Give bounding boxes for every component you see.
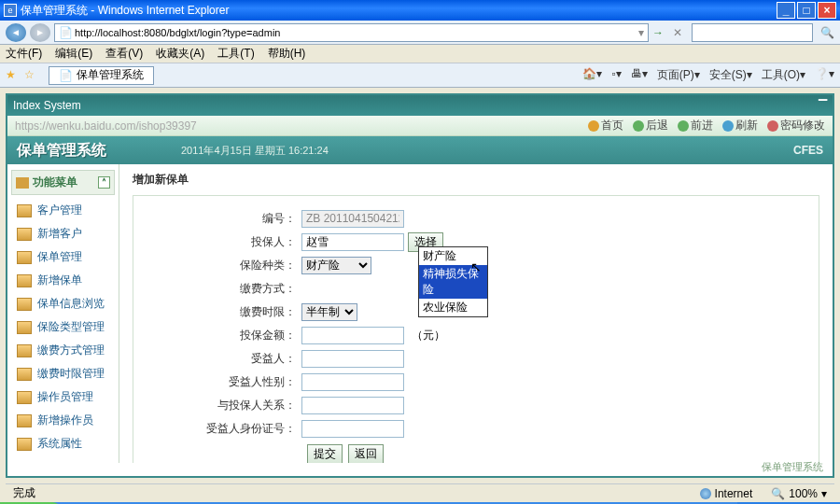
zoom-control[interactable]: 🔍 100% ▾ bbox=[771, 487, 827, 500]
app-brand: CFES bbox=[793, 144, 823, 157]
sidebar-item-customer-mgmt[interactable]: 客户管理 bbox=[11, 199, 115, 222]
select-paytime[interactable]: 半年制 bbox=[301, 303, 357, 321]
folder-icon bbox=[17, 368, 32, 381]
sidebar-item-new-customer[interactable]: 新增客户 bbox=[11, 222, 115, 245]
url-input[interactable] bbox=[75, 27, 638, 38]
browser-statusbar: 完成 Internet 🔍 100% ▾ bbox=[6, 483, 834, 502]
dropdown-option[interactable]: 财产险 bbox=[419, 247, 487, 265]
tool-tools[interactable]: 工具(O)▾ bbox=[762, 67, 805, 83]
link-home[interactable]: 首页 bbox=[588, 118, 623, 133]
app-header-text: Index System bbox=[13, 99, 81, 112]
folder-icon bbox=[17, 344, 32, 357]
status-text: 完成 bbox=[13, 485, 35, 501]
sidebar-item-paytime-mgmt[interactable]: 缴费时限管理 bbox=[11, 362, 115, 385]
input-idno[interactable] bbox=[301, 420, 404, 438]
close-button[interactable]: × bbox=[818, 2, 836, 19]
form-box: 编号： 投保人：选择 保险种类：财产险 缴费方式： 缴费时限：半年制 投保金额：… bbox=[133, 195, 819, 463]
menu-tools[interactable]: 工具(T) bbox=[217, 46, 254, 62]
input-benef[interactable] bbox=[301, 350, 404, 368]
page-icon: 📄 bbox=[59, 26, 73, 39]
folder-icon bbox=[17, 414, 32, 427]
type-dropdown-list[interactable]: 财产险 精神损失保险 农业保险 bbox=[418, 246, 488, 317]
input-sex[interactable] bbox=[301, 373, 404, 391]
search-button[interactable]: 🔍 bbox=[820, 26, 834, 39]
back-button[interactable]: ◄ bbox=[6, 23, 26, 42]
label-sex: 受益人性别： bbox=[133, 374, 301, 390]
page-title: 增加新保单 bbox=[133, 172, 819, 188]
label-rel: 与投保人关系： bbox=[133, 398, 301, 413]
label-holder: 投保人： bbox=[133, 234, 301, 250]
app-frame: Index System ▔ https://wenku.baidu.com/i… bbox=[6, 93, 834, 478]
sidebar-header: 功能菜单 ˄ bbox=[11, 170, 115, 195]
maximize-button[interactable]: □ bbox=[797, 2, 816, 19]
tool-help-icon[interactable]: ❔▾ bbox=[815, 67, 834, 83]
folder-icon bbox=[17, 228, 32, 241]
go-button[interactable]: → bbox=[652, 26, 664, 39]
window-titlebar: e 保单管理系统 - Windows Internet Explorer _ □… bbox=[0, 0, 840, 21]
label-benef: 受益人： bbox=[133, 351, 301, 367]
watermark: https://wenku.baidu.com/ishop39397 bbox=[15, 119, 197, 133]
sidebar-item-policy-mgmt[interactable]: 保单管理 bbox=[11, 245, 115, 269]
tool-safety[interactable]: 安全(S)▾ bbox=[709, 67, 752, 83]
tool-home-icon[interactable]: 🏠▾ bbox=[582, 67, 602, 83]
app-min-icon[interactable]: ▔ bbox=[819, 99, 827, 112]
back-button-form[interactable]: 返回 bbox=[348, 444, 384, 463]
app-banner: 保单管理系统 2011年4月15日 星期五 16:21:24 CFES bbox=[7, 136, 833, 164]
sidebar-toggle[interactable]: ˄ bbox=[98, 176, 110, 189]
tool-print-icon[interactable]: 🖶▾ bbox=[631, 67, 648, 83]
link-password[interactable]: 密码修改 bbox=[767, 118, 825, 133]
link-back[interactable]: 后退 bbox=[633, 118, 668, 133]
menu-help[interactable]: 帮助(H) bbox=[268, 46, 306, 62]
folder-icon bbox=[17, 274, 32, 287]
browser-menubar: 文件(F) 编辑(E) 查看(V) 收藏夹(A) 工具(T) 帮助(H) bbox=[0, 45, 840, 63]
app-header: Index System ▔ bbox=[7, 95, 833, 116]
dropdown-option-selected[interactable]: 精神损失保险 bbox=[419, 265, 487, 299]
menu-icon bbox=[16, 177, 29, 189]
input-amount[interactable] bbox=[301, 327, 404, 344]
tool-page[interactable]: 页面(P)▾ bbox=[657, 67, 700, 83]
folder-icon bbox=[17, 438, 32, 451]
select-type[interactable]: 财产险 bbox=[301, 257, 371, 274]
sidebar-item-policy-browse[interactable]: 保单信息浏览 bbox=[11, 292, 115, 315]
label-amount: 投保金额： bbox=[133, 328, 301, 343]
input-holder[interactable] bbox=[301, 233, 404, 251]
menu-file[interactable]: 文件(F) bbox=[6, 46, 42, 62]
sidebar-item-new-operator[interactable]: 新增操作员 bbox=[11, 409, 115, 432]
link-forward[interactable]: 前进 bbox=[678, 118, 713, 133]
browser-tabstrip: ★ ☆ 📄 保单管理系统 🏠▾ ▫▾ 🖶▾ 页面(P)▾ 安全(S)▾ 工具(O… bbox=[0, 63, 840, 88]
link-refresh[interactable]: 刷新 bbox=[722, 118, 758, 133]
folder-icon bbox=[17, 321, 32, 334]
stop-button[interactable]: ✕ bbox=[673, 26, 682, 39]
menu-view[interactable]: 查看(V) bbox=[105, 46, 143, 62]
tab-title: 保单管理系统 bbox=[77, 67, 144, 83]
folder-icon bbox=[17, 391, 32, 404]
unit-yuan: （元） bbox=[412, 328, 445, 343]
add-favorite-icon[interactable]: ☆ bbox=[24, 68, 39, 83]
sidebar-item-new-policy[interactable]: 新增保单 bbox=[11, 269, 115, 292]
address-bar[interactable]: 📄 ▾ bbox=[54, 23, 649, 42]
menu-favorites[interactable]: 收藏夹(A) bbox=[156, 46, 204, 62]
folder-icon bbox=[17, 298, 32, 311]
submit-button[interactable]: 提交 bbox=[307, 444, 343, 463]
tab-icon: 📄 bbox=[59, 69, 73, 82]
sidebar-item-paymode-mgmt[interactable]: 缴费方式管理 bbox=[11, 339, 115, 362]
favorites-icon[interactable]: ★ bbox=[6, 68, 21, 83]
input-rel[interactable] bbox=[301, 397, 404, 414]
browser-tab[interactable]: 📄 保单管理系统 bbox=[49, 66, 154, 85]
tool-feeds-icon[interactable]: ▫▾ bbox=[611, 67, 621, 83]
folder-icon bbox=[17, 251, 32, 264]
app-logo: 保单管理系统 bbox=[17, 141, 106, 161]
dropdown-option[interactable]: 农业保险 bbox=[419, 299, 487, 316]
security-zone[interactable]: Internet bbox=[700, 487, 753, 500]
browser-navbar: ◄ ► 📄 ▾ → ✕ 🔍 bbox=[0, 21, 840, 45]
sidebar-item-operator-mgmt[interactable]: 操作员管理 bbox=[11, 385, 115, 409]
sidebar-item-sys-props[interactable]: 系统属性 bbox=[11, 432, 115, 455]
forward-button[interactable]: ► bbox=[30, 23, 50, 42]
dropdown-icon[interactable]: ▾ bbox=[638, 26, 644, 39]
sidebar-item-ins-type-mgmt[interactable]: 保险类型管理 bbox=[11, 315, 115, 339]
menu-edit[interactable]: 编辑(E) bbox=[55, 46, 92, 62]
search-box[interactable] bbox=[692, 23, 813, 42]
folder-icon bbox=[17, 204, 32, 217]
minimize-button[interactable]: _ bbox=[777, 2, 795, 19]
sidebar: 功能菜单 ˄ 客户管理 新增客户 保单管理 新增保单 保单信息浏览 保险类型管理… bbox=[7, 164, 119, 463]
